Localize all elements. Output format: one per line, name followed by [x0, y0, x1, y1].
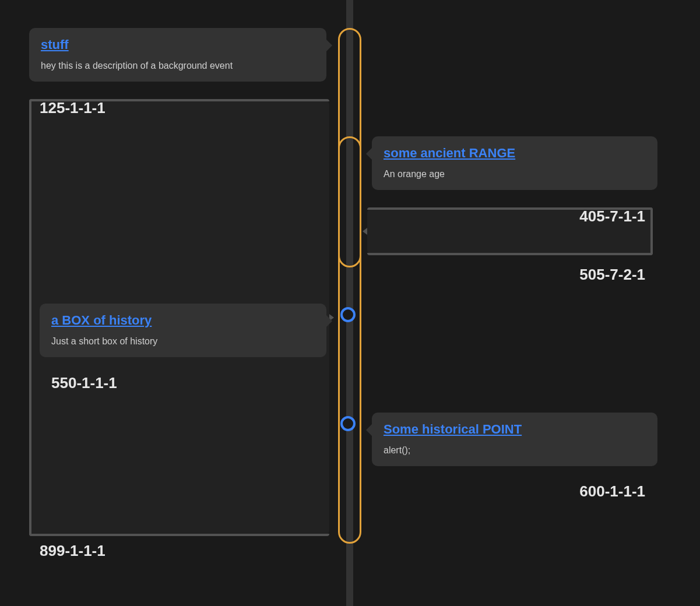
event-title-link[interactable]: Some historical POINT	[384, 422, 646, 437]
event-title-link[interactable]: a BOX of history	[51, 313, 315, 328]
range-marker-ancient	[338, 136, 361, 267]
event-card-stuff: stuff hey this is a description of a bac…	[29, 28, 326, 82]
event-description: hey this is a description of a backgroun…	[41, 61, 315, 71]
date-label: 550-1-1-1	[51, 374, 117, 392]
date-label: 405-7-1-1	[579, 207, 645, 226]
event-title-link[interactable]: some ancient RANGE	[384, 146, 646, 161]
event-title-link[interactable]: stuff	[41, 37, 315, 52]
date-label: 125-1-1-1	[40, 99, 105, 117]
event-description: alert();	[384, 445, 646, 456]
event-description: Just a short box of history	[51, 336, 315, 347]
date-label: 899-1-1-1	[40, 542, 105, 560]
event-card-historical-point: Some historical POINT alert();	[372, 413, 657, 466]
date-label: 600-1-1-1	[579, 482, 645, 501]
timeline-container: stuff hey this is a description of a bac…	[0, 0, 700, 606]
point-marker-historical-point	[340, 416, 356, 431]
date-label: 505-7-2-1	[579, 266, 645, 284]
point-marker-box-history	[340, 307, 356, 322]
range-marker-stuff	[338, 28, 361, 544]
event-description: An orange age	[384, 169, 646, 179]
event-card-ancient-range: some ancient RANGE An orange age	[372, 136, 657, 190]
event-card-box-history: a BOX of history Just a short box of his…	[40, 304, 326, 357]
